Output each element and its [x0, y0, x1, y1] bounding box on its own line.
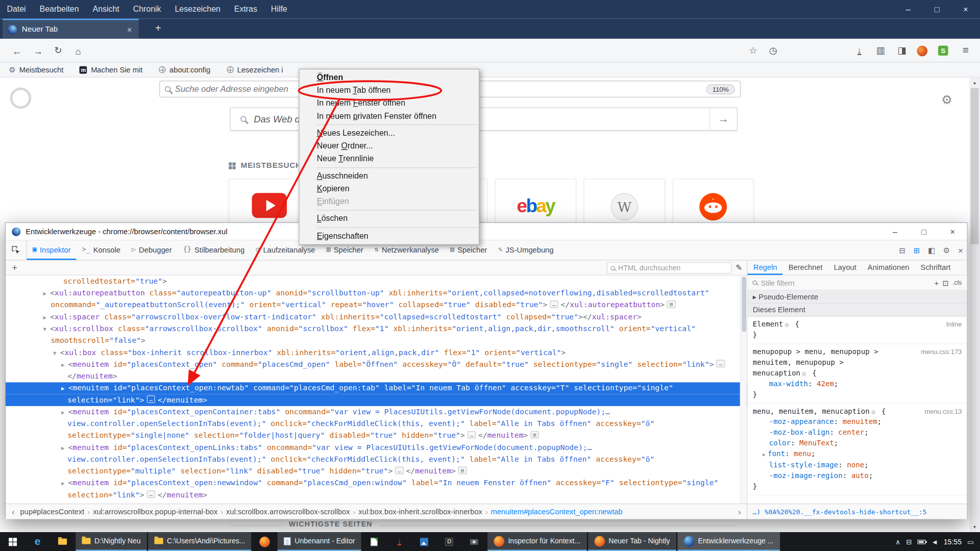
devtools-maximize-button[interactable]: □	[910, 223, 938, 240]
firefox-account-icon[interactable]	[914, 44, 930, 58]
sidebar-toggle-icon[interactable]: ◨	[894, 44, 910, 58]
expand-arrow-icon[interactable]: ▶	[61, 407, 68, 418]
stylesheet-source-link[interactable]: …) %0A%20%20.__fx-devtools-hide-shortcut…	[748, 504, 967, 519]
search-go-button[interactable]: →	[709, 108, 737, 130]
history-icon[interactable]: ◷	[765, 44, 781, 58]
context-menu-item[interactable]: In neuem Fenster öffnen	[300, 97, 479, 110]
menubar-item-ansicht[interactable]: Ansicht	[86, 0, 126, 19]
bookmark-item[interactable]: ⚙Meistbesucht	[9, 65, 63, 74]
expand-arrow-icon[interactable]: ▼	[43, 323, 50, 335]
markup-line[interactable]: smoothscroll="false">	[6, 335, 747, 346]
taskbar-newtab-window-button[interactable]: Neuer Tab - Nightly	[588, 532, 676, 551]
css-declaration[interactable]: -moz-image-region: auto;	[753, 470, 962, 481]
context-menu-item[interactable]: Neuer Ordner...	[300, 140, 479, 153]
markup-line[interactable]: selection="link">…</menuitem>	[6, 489, 747, 501]
tab-close-icon[interactable]: ×	[125, 24, 134, 34]
taskbar-libreoffice-button[interactable]	[362, 532, 387, 551]
expand-arrow-icon[interactable]: ▶	[61, 502, 68, 504]
devtools-settings-gear-icon[interactable]: ⚙	[943, 246, 950, 255]
markup-line[interactable]: ▶<menuitem id="placesContext_openContain…	[6, 406, 747, 418]
sidebar-tab-berechnet[interactable]: Berechnet	[783, 261, 828, 275]
forward-button[interactable]: →	[30, 44, 46, 58]
menubar-item-hilfe[interactable]: Hilfe	[264, 0, 294, 19]
stylesheet-link[interactable]: menu.css:173	[921, 347, 962, 358]
grid-view-icon[interactable]: ⊞	[914, 246, 920, 255]
bookmark-item[interactable]: about:config	[159, 65, 210, 74]
page-scrollbar[interactable]: ▲ ▼	[969, 78, 980, 532]
markup-line[interactable]: view.controller.openSelectionInTabs(even…	[6, 418, 747, 430]
screenshot-icon[interactable]: S	[935, 44, 951, 58]
dock-side-icon[interactable]: ◧	[928, 246, 935, 255]
home-button[interactable]: ⌂	[70, 44, 86, 58]
breadcrumb-item[interactable]: menuitem#placesContext_open:newtab	[488, 507, 626, 516]
markup-line[interactable]: ▶<menuitem id="placesContext_openLinks:t…	[6, 442, 747, 454]
back-button[interactable]: ←	[9, 44, 25, 58]
context-menu-item[interactable]: Ausschneiden	[300, 169, 479, 182]
taskbar-firefox-button[interactable]	[252, 532, 277, 551]
markup-line[interactable]: ▶<menuitem id="placesContext_open:newtab…	[6, 382, 747, 394]
markup-line[interactable]: ▶<xul:spacer class="arrowscrollbox-overf…	[6, 311, 747, 323]
devtools-tab-stilbearbeitung[interactable]: {}Stilbearbeitung	[178, 240, 250, 260]
breadcrumb-item[interactable]: xul:arrowscrollbox.popup-internal-box	[90, 507, 220, 516]
class-toggle-button[interactable]: .cls	[952, 279, 962, 286]
menubar-item-chronik[interactable]: Chronik	[126, 0, 168, 19]
devtools-titlebar[interactable]: Entwicklerwerkzeuge - chrome://browser/c…	[6, 223, 967, 240]
menubar-item-bearbeiten[interactable]: Bearbeiten	[33, 0, 86, 19]
add-node-icon[interactable]: +	[12, 263, 17, 272]
css-declaration[interactable]: -moz-appearance: menuitem;	[753, 417, 962, 428]
context-menu-item[interactable]: Neues Lesezeichen...	[300, 127, 479, 140]
stylesheet-link[interactable]: Inline	[946, 319, 962, 330]
clock[interactable]: 15:55	[944, 538, 962, 545]
pseudo-elements-header[interactable]: ▸ Pseudo-Elemente	[748, 290, 967, 304]
taskbar-camera-button[interactable]	[462, 532, 487, 551]
markup-line[interactable]: ▶<xul:autorepeatbutton class="autorepeat…	[6, 287, 747, 299]
markup-scrollbar-thumb[interactable]	[742, 277, 747, 332]
menubar-item-extras[interactable]: Extras	[227, 0, 264, 19]
devtools-tab-js-umgebung[interactable]: ✎JS-Umgebung	[493, 240, 559, 260]
markup-line[interactable]: ▶<menuitem id="placesContext_open:newwin…	[6, 478, 747, 489]
node-picker-button[interactable]	[6, 240, 27, 260]
taskbar-explorer-button[interactable]	[50, 532, 75, 551]
breadcrumb-item[interactable]: xul:scrollbox.arrowscrollbox-scrollbox	[223, 507, 353, 516]
markup-scrollbar[interactable]	[740, 276, 747, 504]
taskbar-d-app-button[interactable]: D	[437, 532, 462, 551]
edit-html-pencil-icon[interactable]: ✎	[736, 263, 742, 272]
devtools-close-toolbox-icon[interactable]: ×	[958, 245, 963, 256]
menubar-item-datei[interactable]: Datei	[0, 0, 33, 19]
markup-line[interactable]: ▼<xul:scrollbox class="arrowscrollbox-sc…	[6, 323, 747, 335]
devtools-tab-konsole[interactable]: >_Konsole	[76, 240, 126, 260]
menubar-item-lesezeichen[interactable]: Lesezeichen	[168, 0, 227, 19]
scroll-down-icon[interactable]: ▼	[969, 521, 980, 532]
expand-icon[interactable]: ▶	[761, 449, 768, 460]
stylesheet-link[interactable]: menu.css:13	[925, 406, 962, 417]
taskbar-devtools-window-button[interactable]: Entwicklerwerkzeuge ...	[677, 532, 780, 551]
css-declaration[interactable]: -moz-box-align: center;	[753, 428, 962, 438]
bookmark-item[interactable]: mMachen Sie mit	[80, 65, 142, 74]
breadcrumb-scroll-left-icon[interactable]: ‹	[9, 507, 17, 516]
markup-line[interactable]: ▶<menuitem id="placesContext_open:newpri…	[6, 501, 747, 504]
markup-line[interactable]: selection="link">…</menuitem>	[6, 394, 747, 406]
taskbar-start-button[interactable]	[0, 532, 25, 551]
add-rule-icon[interactable]: +	[935, 279, 939, 287]
markup-line[interactable]: scrolledtostart="true">	[6, 276, 747, 287]
expand-arrow-icon[interactable]: ▶	[61, 359, 68, 370]
css-declaration[interactable]: max-width: 42em;	[753, 379, 962, 389]
devtools-tab-inspektor[interactable]: ▣Inspektor	[27, 240, 77, 260]
reload-button[interactable]: ↻	[50, 44, 66, 58]
context-menu-item[interactable]: In neuem Tab öffnen	[300, 84, 479, 97]
taskbar-photos-button[interactable]	[412, 532, 437, 551]
markup-line[interactable]: ▶<menuitem id="placesContext_open" comma…	[6, 359, 747, 370]
markup-line[interactable]: selectiontype="multiple" selection="link…	[6, 465, 747, 477]
markup-line[interactable]: ▼<xul:box class="box-inherit scrollbox-i…	[6, 347, 747, 359]
highlight-selector-icon[interactable]: ◎	[871, 408, 875, 415]
page-settings-gear-icon[interactable]: ⚙	[941, 92, 952, 107]
context-menu-item[interactable]: Einfügen	[300, 195, 479, 208]
context-menu-item[interactable]: Löschen	[300, 212, 479, 225]
sidebar-tab-layout[interactable]: Layout	[828, 261, 862, 275]
notifications-icon[interactable]: ▭	[967, 538, 974, 546]
downloads-icon[interactable]: ↓	[851, 44, 868, 58]
markup-line[interactable]: view.controller.openSelectionInTabs(even…	[6, 454, 747, 465]
taskbar-folder-nightly-button[interactable]: D:\Nightly Neu	[76, 532, 147, 551]
css-declaration[interactable]: list-style-image: none;	[753, 460, 962, 470]
tray-chevron-up-icon[interactable]: ∧	[895, 538, 900, 546]
